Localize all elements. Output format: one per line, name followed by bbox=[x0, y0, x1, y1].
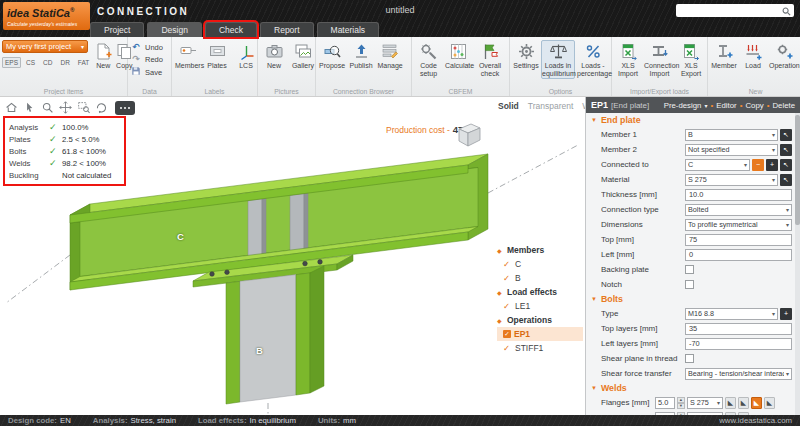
search-input[interactable] bbox=[679, 5, 782, 16]
tab-report[interactable]: Report bbox=[260, 22, 314, 37]
member1-pick-button[interactable]: ↖ bbox=[780, 129, 792, 141]
top-layers-input[interactable]: 35 bbox=[685, 323, 792, 335]
display-mode-solid[interactable]: Solid bbox=[498, 101, 519, 111]
bolt-type-select[interactable]: M16 8.8▾ bbox=[685, 308, 778, 320]
top-input[interactable]: 75 bbox=[685, 234, 792, 246]
orbit-rotate-icon[interactable] bbox=[94, 100, 109, 115]
zoom-icon[interactable] bbox=[40, 100, 55, 115]
flanges-weld-material-select[interactable]: S 275▾ bbox=[687, 397, 723, 409]
copy-operation-button[interactable]: Copy bbox=[745, 101, 763, 110]
overall-check-button[interactable]: Overall check bbox=[473, 40, 507, 79]
new-load-button[interactable]: Load bbox=[739, 40, 767, 72]
dimensions-select[interactable]: To profile symmetrical▾ bbox=[685, 219, 792, 231]
xls-import-button[interactable]: XLS Import bbox=[614, 40, 642, 79]
weld-type-button-2[interactable]: ◣ bbox=[738, 397, 749, 409]
new-operation-button[interactable]: Operation bbox=[768, 40, 800, 72]
undo-icon: ↶ bbox=[130, 42, 142, 52]
save-button[interactable]: Save bbox=[130, 66, 163, 78]
tree-item-operation-stiff1[interactable]: ✓ STIFF1 bbox=[497, 341, 583, 355]
tree-item-member-b[interactable]: ✓ B bbox=[497, 271, 583, 285]
connection-type-select[interactable]: Bolted▾ bbox=[685, 204, 792, 216]
predesign-button[interactable]: Pre-design bbox=[664, 101, 702, 110]
notch-checkbox[interactable] bbox=[685, 280, 694, 289]
flanges-weld-stepper[interactable]: ▴▾ bbox=[677, 397, 685, 409]
flanges-weld-size-input[interactable]: 5.0 bbox=[655, 397, 675, 409]
loads-in-equilibrium-toggle[interactable]: Loads in equilibrium bbox=[541, 40, 575, 79]
add-bolt-assembly-button[interactable]: + bbox=[780, 308, 792, 320]
project-type-dr[interactable]: DR bbox=[57, 57, 72, 68]
weld-type-button-3[interactable]: ◣ bbox=[751, 397, 762, 409]
pan-icon[interactable] bbox=[58, 100, 73, 115]
shear-plane-checkbox[interactable] bbox=[685, 354, 694, 363]
tab-materials[interactable]: Materials bbox=[317, 22, 379, 37]
loads-percentage-toggle[interactable]: Loads - percentage bbox=[576, 40, 610, 79]
manage-button[interactable]: Manage bbox=[376, 40, 404, 72]
pick-arrow-icon: ↖ bbox=[783, 176, 789, 184]
settings-button[interactable]: Settings bbox=[512, 40, 540, 72]
member1-select[interactable]: B▾ bbox=[685, 129, 778, 141]
new-project-item-button[interactable]: New bbox=[93, 40, 113, 72]
tree-header-operations[interactable]: ◆ Operations bbox=[497, 313, 583, 327]
prop-row-member1: Member 1 B▾ ↖ bbox=[586, 127, 800, 142]
picture-new-button[interactable]: New bbox=[260, 40, 288, 72]
tree-header-members[interactable]: ◆ Members bbox=[497, 243, 583, 257]
project-selector-dropdown[interactable]: My very first project ▾ bbox=[2, 40, 88, 53]
project-type-eps[interactable]: EPS bbox=[2, 57, 21, 68]
member2-pick-button[interactable]: ↖ bbox=[780, 144, 792, 156]
app-logo: idea StatiCa® Calculate yesterday's esti… bbox=[3, 2, 90, 30]
picture-gallery-button[interactable]: Gallery bbox=[289, 40, 317, 72]
shear-transfer-select[interactable]: Bearing - tension/shear interaction▾ bbox=[685, 368, 792, 380]
section-welds[interactable]: ▼ Welds bbox=[586, 381, 800, 395]
section-bolts[interactable]: ▼ Bolts bbox=[586, 292, 800, 306]
labels-lcs-button[interactable]: LCS bbox=[232, 40, 260, 72]
left-layers-input[interactable]: -70 bbox=[685, 338, 792, 350]
project-type-fat[interactable]: FAT bbox=[75, 57, 92, 68]
connection-import-button[interactable]: Connection Import bbox=[643, 40, 676, 79]
tab-project[interactable]: Project bbox=[90, 22, 144, 37]
undo-button[interactable]: ↶Undo bbox=[130, 42, 163, 52]
weld-type-button-1[interactable]: ◣ bbox=[725, 397, 736, 409]
zoom-extents-home-icon[interactable] bbox=[4, 100, 19, 115]
tab-check[interactable]: Check bbox=[205, 22, 257, 37]
section-end-plate[interactable]: ▼ End plate bbox=[586, 113, 800, 127]
labels-members-button[interactable]: Members bbox=[174, 40, 202, 72]
analysis-summary-panel: Analysis ✓ 100.0% Plates ✓ 2.5 < 5.0% Bo… bbox=[3, 116, 126, 186]
zoom-window-icon[interactable] bbox=[76, 100, 91, 115]
tree-header-load-effects[interactable]: ◆ Load effects bbox=[497, 285, 583, 299]
calculate-button[interactable]: Calculate bbox=[444, 40, 472, 72]
display-mode-transparent[interactable]: Transparent bbox=[528, 101, 574, 111]
select-pointer-icon[interactable] bbox=[22, 100, 37, 115]
connected-pick-button[interactable]: ↖ bbox=[780, 159, 792, 171]
new-member-button[interactable]: Member bbox=[710, 40, 738, 72]
tree-item-member-c[interactable]: ✓ C bbox=[497, 257, 583, 271]
weld-type-button-4[interactable]: ◣ bbox=[764, 397, 775, 409]
material-select[interactable]: S 275▾ bbox=[685, 174, 778, 186]
project-type-cd[interactable]: CD bbox=[40, 57, 55, 68]
code-setup-button[interactable]: Code setup bbox=[414, 40, 443, 79]
thickness-input[interactable]: 10.0 bbox=[685, 189, 792, 201]
xls-export-button[interactable]: XLS Export bbox=[677, 40, 705, 79]
project-type-cs[interactable]: CS bbox=[23, 57, 38, 68]
material-pick-button[interactable]: ↖ bbox=[780, 174, 792, 186]
publish-button[interactable]: Publish bbox=[347, 40, 375, 72]
scrollbar-thumb[interactable] bbox=[795, 115, 800, 225]
editor-button[interactable]: Editor bbox=[716, 101, 736, 110]
redo-button[interactable]: ↷Redo bbox=[130, 54, 163, 64]
add-connected-button[interactable]: + bbox=[766, 159, 778, 171]
remove-connected-button[interactable]: − bbox=[752, 159, 764, 171]
weld-symbol-icon: ◣ bbox=[754, 399, 759, 407]
left-input[interactable]: 0 bbox=[685, 249, 792, 261]
member2-select[interactable]: Not specified▾ bbox=[685, 144, 778, 156]
feedback-bubble-icon[interactable] bbox=[115, 101, 135, 115]
delete-operation-button[interactable]: Delete bbox=[772, 101, 795, 110]
tree-item-operation-ep1[interactable]: ✓ EP1 bbox=[497, 327, 583, 341]
tab-design[interactable]: Design bbox=[147, 22, 201, 37]
connected-to-select[interactable]: C▾ bbox=[685, 159, 750, 171]
backing-plate-checkbox[interactable] bbox=[685, 265, 694, 274]
tree-item-le1[interactable]: ✓ LE1 bbox=[497, 299, 583, 313]
labels-plates-button[interactable]: Plates bbox=[203, 40, 231, 72]
view-cube[interactable] bbox=[451, 117, 485, 155]
panel-scrollbar[interactable] bbox=[795, 113, 800, 415]
search-box[interactable] bbox=[676, 4, 794, 17]
propose-button[interactable]: Propose bbox=[318, 40, 346, 72]
